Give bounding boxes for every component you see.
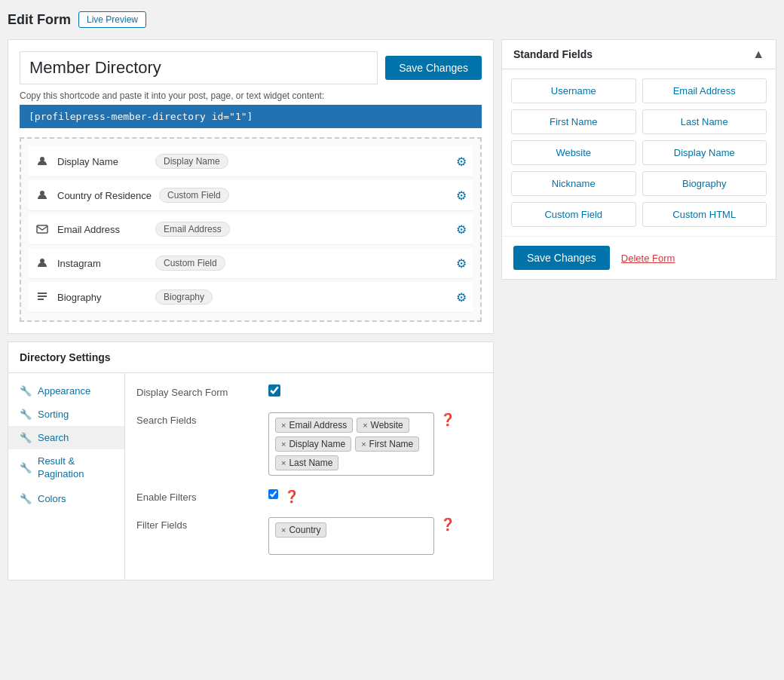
- gear-icon[interactable]: ⚙: [456, 188, 467, 203]
- gear-icon[interactable]: ⚙: [456, 256, 467, 271]
- list-item: × First Name: [355, 436, 419, 452]
- field-label: Email Address: [57, 224, 148, 235]
- list-item: × Website: [357, 418, 409, 433]
- form-title-input[interactable]: [20, 51, 378, 84]
- sidebar-item-sorting[interactable]: 🔧 Sorting: [8, 403, 124, 426]
- field-badge: Custom Field: [159, 188, 229, 203]
- wrench-icon: 🔧: [20, 409, 32, 420]
- wrench-icon: 🔧: [20, 493, 32, 504]
- sf-field-custom-html[interactable]: Custom HTML: [642, 202, 767, 227]
- tag-remove-button[interactable]: ×: [281, 440, 286, 449]
- directory-settings-nav: 🔧 Appearance 🔧 Sorting 🔧 Search 🔧: [8, 373, 125, 580]
- delete-form-link[interactable]: Delete Form: [621, 253, 675, 264]
- table-row: Biography Biography ⚙: [29, 282, 473, 313]
- field-label: Display Name: [57, 156, 148, 167]
- list-item: × Last Name: [275, 455, 338, 470]
- form-title-row: Save Changes: [20, 51, 482, 84]
- filter-fields-tags[interactable]: × Country: [268, 517, 434, 555]
- table-row: Display Name Display Name ⚙: [29, 146, 473, 177]
- person-icon: [35, 188, 50, 203]
- standard-fields-header: Standard Fields ▲: [502, 40, 776, 69]
- svg-rect-4: [38, 293, 47, 294]
- standard-fields-grid: Username Email Address First Name Last N…: [502, 69, 776, 236]
- help-icon[interactable]: ❓: [440, 517, 455, 531]
- sf-field-last-name[interactable]: Last Name: [642, 109, 767, 134]
- display-search-form-value: [268, 384, 482, 399]
- wrench-icon: 🔧: [20, 432, 32, 443]
- collapse-icon[interactable]: ▲: [752, 47, 764, 61]
- sidebar-item-label: Colors: [38, 493, 66, 504]
- tag-remove-button[interactable]: ×: [363, 421, 367, 430]
- sf-field-nickname[interactable]: Nickname: [511, 171, 636, 196]
- tag-remove-button[interactable]: ×: [361, 440, 366, 449]
- sf-field-first-name[interactable]: First Name: [511, 109, 636, 134]
- field-badge: Display Name: [155, 154, 228, 169]
- left-column: Save Changes Copy this shortcode and pas…: [8, 39, 494, 580]
- sidebar-item-label: Sorting: [38, 409, 69, 420]
- field-badge: Email Address: [155, 222, 230, 237]
- gear-icon[interactable]: ⚙: [456, 155, 467, 169]
- person-icon: [35, 154, 50, 169]
- gear-icon[interactable]: ⚙: [456, 290, 467, 305]
- filter-fields-label: Filter Fields: [136, 517, 257, 531]
- list-item: × Display Name: [275, 436, 351, 452]
- page-header: Edit Form Live Preview: [8, 8, 776, 32]
- field-label: Instagram: [57, 258, 148, 269]
- directory-settings-header: Directory Settings: [8, 342, 493, 373]
- search-fields-tags[interactable]: × Email Address × Website × Display Name…: [268, 412, 434, 476]
- tag-remove-button[interactable]: ×: [281, 421, 286, 430]
- svg-rect-6: [38, 299, 44, 300]
- enable-filters-with-help: ❓: [268, 489, 299, 504]
- list-item: × Email Address: [275, 418, 353, 433]
- display-search-form-label: Display Search Form: [136, 384, 257, 398]
- main-layout: Save Changes Copy this shortcode and pas…: [8, 39, 776, 580]
- search-fields-with-help: × Email Address × Website × Display Name…: [268, 412, 455, 476]
- sidebar-item-result-pagination[interactable]: 🔧 Result &Pagination: [8, 449, 124, 487]
- svg-rect-2: [37, 225, 47, 233]
- sf-field-website[interactable]: Website: [511, 140, 636, 165]
- field-label: Country of Residence: [57, 190, 152, 201]
- svg-rect-5: [38, 296, 47, 297]
- sidebar-item-colors[interactable]: 🔧 Colors: [8, 487, 124, 510]
- sidebar-item-search[interactable]: 🔧 Search: [8, 426, 124, 449]
- search-fields-label: Search Fields: [136, 412, 257, 426]
- table-row: Email Address Email Address ⚙: [29, 214, 473, 245]
- sf-field-username[interactable]: Username: [511, 78, 636, 103]
- list-item: × Country: [275, 522, 326, 538]
- bio-icon: [35, 289, 50, 305]
- help-icon[interactable]: ❓: [440, 412, 455, 427]
- enable-filters-row: Enable Filters ❓: [136, 489, 482, 504]
- directory-settings-content: Display Search Form Search Fields × Emai…: [125, 373, 493, 580]
- sidebar-item-label: Appearance: [38, 385, 90, 397]
- sidebar-item-label: Result &Pagination: [38, 455, 84, 481]
- sidebar-item-appearance[interactable]: 🔧 Appearance: [8, 379, 124, 403]
- filter-fields-row: Filter Fields × Country ❓: [136, 517, 482, 555]
- fields-area: Display Name Display Name ⚙ Country of R…: [20, 137, 482, 322]
- table-row: Country of Residence Custom Field ⚙: [29, 180, 473, 211]
- search-fields-row: Search Fields × Email Address × Website …: [136, 412, 482, 476]
- field-badge: Biography: [155, 289, 213, 305]
- standard-fields-footer: Save Changes Delete Form: [502, 236, 776, 279]
- wrench-icon: 🔧: [20, 385, 32, 397]
- right-column: Standard Fields ▲ Username Email Address…: [501, 39, 776, 280]
- sf-field-display-name[interactable]: Display Name: [642, 140, 767, 165]
- standard-fields-card: Standard Fields ▲ Username Email Address…: [501, 39, 776, 280]
- shortcode-label: Copy this shortcode and paste it into yo…: [20, 90, 482, 101]
- display-search-form-checkbox[interactable]: [268, 384, 280, 397]
- save-changes-button-right[interactable]: Save Changes: [513, 246, 610, 270]
- tag-remove-button[interactable]: ×: [281, 525, 286, 535]
- field-label: Biography: [57, 292, 148, 303]
- sf-field-email-address[interactable]: Email Address: [642, 78, 767, 103]
- live-preview-button[interactable]: Live Preview: [78, 11, 146, 28]
- gear-icon[interactable]: ⚙: [456, 222, 467, 237]
- save-changes-button-top[interactable]: Save Changes: [385, 56, 482, 80]
- enable-filters-checkbox[interactable]: [268, 489, 278, 499]
- email-icon: [35, 222, 50, 237]
- enable-filters-label: Enable Filters: [136, 489, 257, 503]
- tag-remove-button[interactable]: ×: [281, 458, 286, 467]
- sf-field-custom-field[interactable]: Custom Field: [511, 202, 636, 227]
- table-row: Instagram Custom Field ⚙: [29, 248, 473, 279]
- sf-field-biography[interactable]: Biography: [642, 171, 767, 196]
- help-icon[interactable]: ❓: [284, 489, 299, 504]
- filter-fields-with-help: × Country ❓: [268, 517, 455, 555]
